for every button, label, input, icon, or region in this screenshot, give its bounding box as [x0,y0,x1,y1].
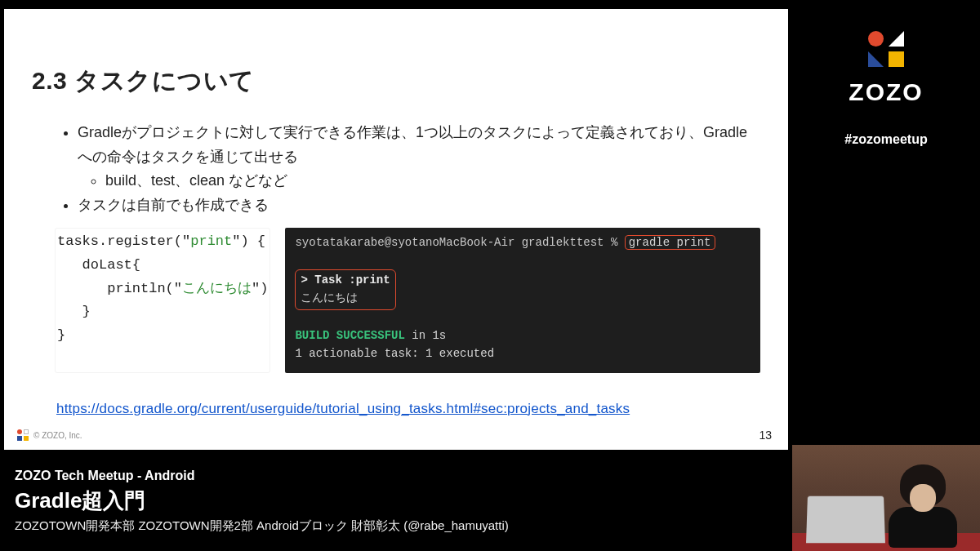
slide-copyright: © ZOZO, Inc. [33,431,82,440]
code-sample: tasks.register("print") { doLast{ printl… [55,228,270,373]
slide-area: 2.3 タスクについて Gradleがプロジェクトに対して実行できる作業は、1つ… [0,0,792,459]
docs-link[interactable]: https://docs.gradle.org/current/userguid… [56,401,760,417]
zozo-logo-icon [868,31,904,67]
speaker-webcam [792,445,980,551]
event-hashtag: #zozomeetup [844,132,927,147]
zozo-mark-icon [17,429,29,441]
slide-heading: 2.3 タスクについて [32,64,760,98]
slide-page-number: 13 [759,429,772,442]
brand-name: ZOZO [849,78,923,106]
bullet-1: Gradleがプロジェクトに対して実行できる作業は、1つ以上のタスクによって定義… [78,121,760,169]
lower-third: ZOZO Tech Meetup - Android Gradle超入門 ZOZ… [0,459,792,551]
event-name: ZOZO Tech Meetup - Android [15,469,777,483]
terminal-output: syotatakarabe@syotanoMacBook-Air gradlek… [285,228,760,373]
slide-bullets: Gradleがプロジェクトに対して実行できる作業は、1つ以上のタスクによって定義… [61,121,760,218]
bullet-2: タスクは自前でも作成できる [78,193,760,218]
slide: 2.3 タスクについて Gradleがプロジェクトに対して実行できる作業は、1つ… [4,9,788,450]
talk-title: Gradle超入門 [15,487,777,515]
speaker-info: ZOZOTOWN開発本部 ZOZOTOWN開発2部 Androidブロック 財部… [15,518,777,534]
slide-footer-logo: © ZOZO, Inc. [17,429,82,441]
sidebar: ZOZO #zozomeetup [792,0,980,551]
bullet-1a: build、test、clean などなど [105,169,760,193]
